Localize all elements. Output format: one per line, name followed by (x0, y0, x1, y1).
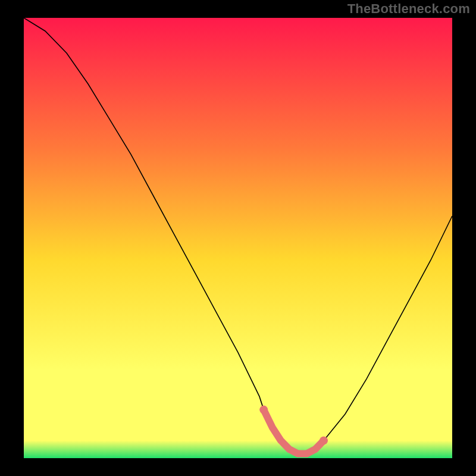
chart-container: TheBottleneck.com (0, 0, 476, 476)
marker-dot (259, 406, 268, 414)
chart-svg (24, 18, 452, 458)
marker-dot (320, 436, 328, 444)
watermark-text: TheBottleneck.com (347, 1, 470, 17)
plot-area (24, 18, 452, 458)
